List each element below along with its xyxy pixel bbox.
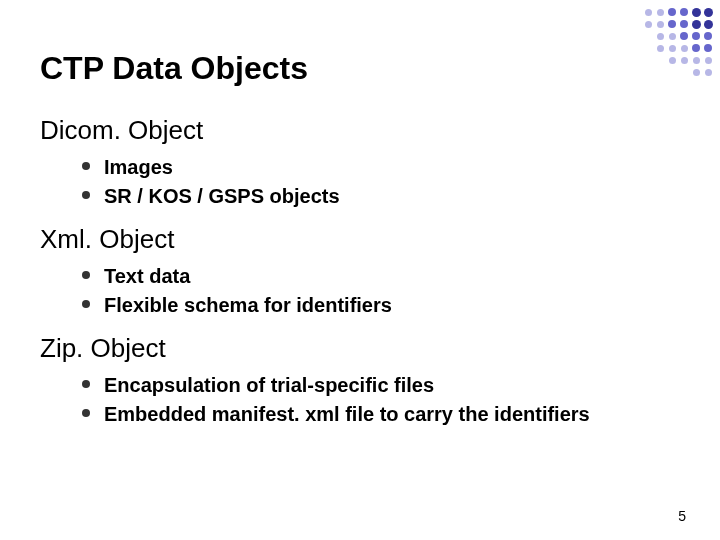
- deco-dot: [680, 32, 688, 40]
- bullet-list: Images SR / KOS / GSPS objects: [40, 154, 680, 210]
- bullet-list: Encapsulation of trial-specific files Em…: [40, 372, 680, 428]
- list-item: Flexible schema for identifiers: [104, 292, 680, 319]
- section-heading: Xml. Object: [40, 224, 680, 255]
- deco-dot: [657, 33, 664, 40]
- deco-dot: [705, 69, 712, 76]
- section-xml: Xml. Object Text data Flexible schema fo…: [40, 224, 680, 319]
- section-heading: Zip. Object: [40, 333, 680, 364]
- list-item: Embedded manifest. xml file to carry the…: [104, 401, 680, 428]
- deco-dot: [645, 9, 652, 16]
- deco-dot: [692, 20, 701, 29]
- list-item: Encapsulation of trial-specific files: [104, 372, 680, 399]
- list-item: Images: [104, 154, 680, 181]
- deco-dot: [704, 20, 713, 29]
- deco-dot: [693, 57, 700, 64]
- deco-dot: [668, 8, 676, 16]
- deco-dot: [705, 57, 712, 64]
- deco-dot: [681, 57, 688, 64]
- deco-dot: [681, 45, 688, 52]
- deco-dot: [692, 8, 701, 17]
- deco-dot: [692, 44, 700, 52]
- deco-dot: [668, 20, 676, 28]
- slide: CTP Data Objects Dicom. Object Images SR…: [0, 0, 720, 540]
- deco-dot: [704, 44, 712, 52]
- deco-dot: [657, 9, 664, 16]
- deco-dot: [693, 69, 700, 76]
- list-item: Text data: [104, 263, 680, 290]
- list-item: SR / KOS / GSPS objects: [104, 183, 680, 210]
- bullet-list: Text data Flexible schema for identifier…: [40, 263, 680, 319]
- deco-dot: [680, 20, 688, 28]
- deco-dot: [692, 32, 700, 40]
- deco-dot: [704, 32, 712, 40]
- deco-dot: [680, 8, 688, 16]
- deco-dot: [704, 8, 713, 17]
- section-heading: Dicom. Object: [40, 115, 680, 146]
- deco-dot: [669, 33, 676, 40]
- section-zip: Zip. Object Encapsulation of trial-speci…: [40, 333, 680, 428]
- deco-dot: [657, 21, 664, 28]
- deco-dot: [645, 21, 652, 28]
- section-dicom: Dicom. Object Images SR / KOS / GSPS obj…: [40, 115, 680, 210]
- slide-title: CTP Data Objects: [40, 50, 680, 87]
- page-number: 5: [678, 508, 686, 524]
